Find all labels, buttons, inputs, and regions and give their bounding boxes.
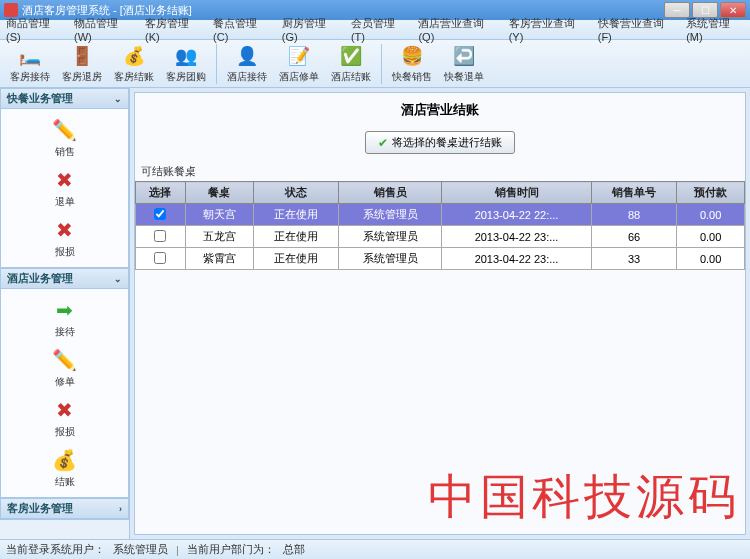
section-label: 可结账餐桌 [135,162,745,181]
sidebar-item-报损[interactable]: ✖报损 [40,215,90,261]
toolbar-icon: ✅ [339,44,363,68]
chevron-icon: ⌄ [114,94,122,104]
toolbar-酒店修单[interactable]: 📝酒店修单 [273,42,325,86]
sidebar-item-销售[interactable]: ✏️销售 [40,115,90,161]
accordion-title: 酒店业务管理 [7,271,73,286]
column-header[interactable]: 销售时间 [442,182,592,204]
data-grid[interactable]: 选择餐桌状态销售员销售时间销售单号预付款 朝天宫 正在使用 系统管理员 2013… [135,181,745,534]
status-bar: 当前登录系统用户： 系统管理员 | 当前用户部门为： 总部 [0,539,750,559]
row-checkbox[interactable] [154,252,166,264]
checkout-button[interactable]: ✔ 将选择的餐桌进行结账 [365,131,515,154]
toolbar-客房结账[interactable]: 💰客房结账 [108,42,160,86]
toolbar-快餐退单[interactable]: ↩️快餐退单 [438,42,490,86]
sidebar-label: 报损 [55,425,75,439]
sidebar-item-结账[interactable]: 💰结账 [40,445,90,491]
checkout-button-label: 将选择的餐桌进行结账 [392,135,502,150]
content-area: 酒店营业结账 ✔ 将选择的餐桌进行结账 可结账餐桌 选择餐桌状态销售员销售时间销… [130,88,750,539]
column-header[interactable]: 选择 [136,182,186,204]
toolbar-icon: 👥 [174,44,198,68]
toolbar-酒店结账[interactable]: ✅酒店结账 [325,42,377,86]
toolbar-separator [381,44,382,84]
sidebar-label: 报损 [55,245,75,259]
cell-table: 五龙宫 [185,226,253,248]
toolbar-label: 酒店结账 [331,70,371,84]
table-row[interactable]: 五龙宫 正在使用 系统管理员 2013-04-22 23:... 66 0.00 [136,226,745,248]
toolbar-icon: 🛏️ [18,44,42,68]
sidebar-icon: ➡ [52,297,78,323]
table-row[interactable]: 朝天宫 正在使用 系统管理员 2013-04-22 22:... 88 0.00 [136,204,745,226]
sidebar-label: 销售 [55,145,75,159]
table-row[interactable]: 紫霄宫 正在使用 系统管理员 2013-04-22 23:... 33 0.00 [136,248,745,270]
sidebar-label: 退单 [55,195,75,209]
toolbar-客房接待[interactable]: 🛏️客房接待 [4,42,56,86]
status-user-label: 当前登录系统用户： [6,542,105,557]
menu-item-1[interactable]: 物品管理(W) [74,16,133,43]
cell-time: 2013-04-22 23:... [442,226,592,248]
cell-time: 2013-04-22 23:... [442,248,592,270]
cell-status: 正在使用 [253,204,338,226]
status-user: 系统管理员 [113,542,168,557]
cell-table: 朝天宫 [185,204,253,226]
sidebar-item-报损[interactable]: ✖报损 [40,395,90,441]
cell-seller: 系统管理员 [339,226,442,248]
menu-item-6[interactable]: 酒店营业查询(Q) [418,16,496,43]
toolbar-label: 客房团购 [166,70,206,84]
toolbar: 🛏️客房接待🚪客房退房💰客房结账👥客房团购👤酒店接待📝酒店修单✅酒店结账🍔快餐销… [0,40,750,88]
row-checkbox[interactable] [154,208,166,220]
cell-status: 正在使用 [253,226,338,248]
menu-bar: 商品管理(S)物品管理(W)客房管理(K)餐点管理(C)厨房管理(G)会员管理(… [0,20,750,40]
toolbar-客房退房[interactable]: 🚪客房退房 [56,42,108,86]
menu-item-3[interactable]: 餐点管理(C) [213,16,270,43]
sidebar: 快餐业务管理⌄✏️销售✖退单✖报损酒店业务管理⌄➡接待✏️修单✖报损💰结账客房业… [0,88,130,539]
toolbar-icon: 🚪 [70,44,94,68]
chevron-icon: ⌄ [114,274,122,284]
column-header[interactable]: 销售员 [339,182,442,204]
cell-order: 33 [591,248,676,270]
sidebar-label: 结账 [55,475,75,489]
toolbar-label: 快餐退单 [444,70,484,84]
menu-item-2[interactable]: 客房管理(K) [145,16,201,43]
column-header[interactable]: 餐桌 [185,182,253,204]
status-dept: 总部 [283,542,305,557]
check-icon: ✔ [378,136,388,150]
menu-item-5[interactable]: 会员管理(T) [351,16,406,43]
column-header[interactable]: 销售单号 [591,182,676,204]
cell-prepay: 0.00 [677,226,745,248]
sidebar-item-接待[interactable]: ➡接待 [40,295,90,341]
cell-order: 66 [591,226,676,248]
sidebar-icon: ✏️ [52,347,78,373]
sidebar-icon: ✖ [52,167,78,193]
toolbar-label: 快餐销售 [392,70,432,84]
toolbar-icon: 👤 [235,44,259,68]
column-header[interactable]: 预付款 [677,182,745,204]
column-header[interactable]: 状态 [253,182,338,204]
accordion-header-1[interactable]: 酒店业务管理⌄ [1,269,128,289]
accordion-header-0[interactable]: 快餐业务管理⌄ [1,89,128,109]
toolbar-label: 酒店修单 [279,70,319,84]
chevron-icon: › [119,504,122,514]
accordion-header-2[interactable]: 客房业务管理› [1,499,128,519]
toolbar-酒店接待[interactable]: 👤酒店接待 [221,42,273,86]
menu-item-0[interactable]: 商品管理(S) [6,16,62,43]
toolbar-快餐销售[interactable]: 🍔快餐销售 [386,42,438,86]
sidebar-item-修单[interactable]: ✏️修单 [40,345,90,391]
sidebar-icon: ✏️ [52,117,78,143]
toolbar-icon: 💰 [122,44,146,68]
row-checkbox[interactable] [154,230,166,242]
toolbar-icon: ↩️ [452,44,476,68]
menu-item-9[interactable]: 系统管理(M) [686,16,744,43]
toolbar-separator [216,44,217,84]
cell-prepay: 0.00 [677,248,745,270]
cell-prepay: 0.00 [677,204,745,226]
sidebar-item-退单[interactable]: ✖退单 [40,165,90,211]
menu-item-7[interactable]: 客房营业查询(Y) [509,16,586,43]
sidebar-label: 接待 [55,325,75,339]
toolbar-客房团购[interactable]: 👥客房团购 [160,42,212,86]
menu-item-4[interactable]: 厨房管理(G) [282,16,339,43]
menu-item-8[interactable]: 快餐营业查询(F) [598,16,674,43]
app-icon [4,3,18,17]
cell-table: 紫霄宫 [185,248,253,270]
toolbar-label: 酒店接待 [227,70,267,84]
status-dept-label: 当前用户部门为： [187,542,275,557]
page-title: 酒店营业结账 [135,93,745,127]
